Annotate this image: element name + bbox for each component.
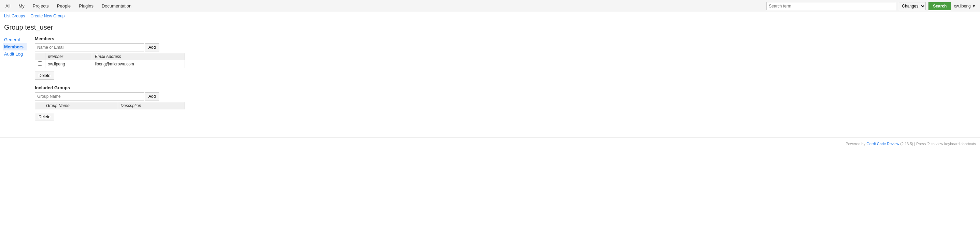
top-nav-left: All My Projects People Plugins Documenta…: [4, 3, 133, 8]
table-row: xw.lipeng lipeng@microwu.com: [35, 60, 185, 68]
members-col-member: Member: [45, 53, 92, 60]
nav-item-plugins[interactable]: Plugins: [78, 3, 95, 8]
members-col-checkbox: [35, 53, 45, 60]
user-dropdown-icon: ▼: [972, 4, 976, 8]
members-section-title: Members: [35, 36, 976, 41]
included-groups-section: Included Groups Add Group Name Descripti…: [35, 85, 976, 121]
nav-item-documentation[interactable]: Documentation: [100, 3, 133, 8]
members-input-row: Add: [35, 43, 976, 51]
nav-item-people[interactable]: People: [56, 3, 72, 8]
footer-prefix: Powered by: [846, 142, 866, 146]
groups-delete-button[interactable]: Delete: [35, 113, 54, 121]
top-nav-right: Changes Commits Projects Users Groups Se…: [767, 2, 976, 10]
member-name-email-input[interactable]: [35, 43, 144, 51]
groups-col-description: Description: [118, 102, 185, 109]
member-name-cell: xw.lipeng: [45, 60, 92, 68]
user-menu[interactable]: xw.lipeng ▼: [954, 4, 976, 8]
footer-gerrit-link[interactable]: Gerrit Code Review: [866, 142, 899, 146]
top-nav: All My Projects People Plugins Documenta…: [0, 0, 980, 12]
member-checkbox-cell: [35, 60, 45, 68]
members-col-email: Email Address: [92, 53, 185, 60]
list-groups-link[interactable]: List Groups: [4, 14, 25, 18]
nav-item-all[interactable]: All: [4, 3, 11, 8]
sidebar-item-audit-log[interactable]: Audit Log: [4, 51, 27, 58]
sidebar: General Members Audit Log: [0, 36, 31, 121]
groups-col-name: Group Name: [43, 102, 118, 109]
search-filter-select[interactable]: Changes Commits Projects Users Groups: [899, 2, 926, 10]
create-new-group-link[interactable]: Create New Group: [30, 14, 65, 18]
search-button[interactable]: Search: [929, 2, 951, 10]
included-groups-title: Included Groups: [35, 85, 976, 90]
footer: Powered by Gerrit Code Review (2.13.5) |…: [0, 137, 980, 150]
member-checkbox[interactable]: [38, 61, 42, 66]
included-groups-table: Group Name Description: [35, 102, 185, 109]
footer-suffix: (2.13.5) | Press '?' to view keyboard sh…: [899, 142, 976, 146]
user-name: xw.lipeng: [954, 4, 970, 8]
groups-input-row: Add: [35, 92, 976, 101]
sidebar-item-general[interactable]: General: [4, 36, 27, 43]
page-title: Group test_user: [0, 20, 980, 33]
sub-nav: List Groups Create New Group: [0, 12, 980, 20]
members-delete-button[interactable]: Delete: [35, 71, 54, 80]
sidebar-item-members[interactable]: Members: [3, 43, 27, 51]
main-layout: General Members Audit Log Members Add Me…: [0, 33, 980, 124]
members-table: Member Email Address xw.lipeng lipeng@mi…: [35, 53, 185, 68]
groups-col-checkbox: [35, 102, 43, 109]
nav-item-my[interactable]: My: [17, 3, 25, 8]
search-input[interactable]: [767, 2, 896, 10]
content: Members Add Member Email Address xw.lipe…: [31, 36, 980, 121]
members-add-button[interactable]: Add: [145, 43, 159, 51]
group-name-input[interactable]: [35, 92, 144, 101]
nav-item-projects[interactable]: Projects: [32, 3, 50, 8]
groups-add-button[interactable]: Add: [145, 92, 159, 101]
member-email-cell: lipeng@microwu.com: [92, 60, 185, 68]
